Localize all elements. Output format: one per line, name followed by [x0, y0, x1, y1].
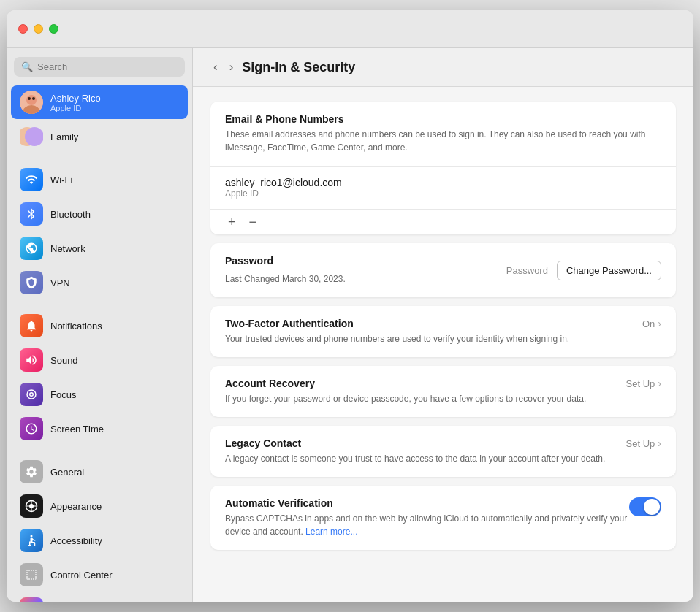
two-factor-section[interactable]: Two-Factor Authentication Your trusted d…	[210, 306, 676, 357]
svg-point-1	[26, 95, 37, 105]
sidebar-item-sound[interactable]: Sound	[11, 343, 188, 377]
network-label: Network	[50, 243, 85, 254]
search-bar[interactable]: 🔍	[14, 57, 185, 77]
account-recovery-section[interactable]: Account Recovery If you forget your pass…	[210, 366, 676, 417]
sound-label: Sound	[50, 355, 78, 366]
controlcenter-label: Control Center	[50, 570, 113, 581]
screentime-label: Screen Time	[50, 424, 104, 435]
sidebar-item-appleid[interactable]: Ashley Rico Apple ID	[11, 85, 188, 119]
main-window: 🔍 Ashley Rico Apple ID	[7, 10, 693, 602]
search-icon: 🔍	[21, 61, 33, 72]
password-controls: Password Change Password...	[506, 261, 661, 280]
bluetooth-icon	[20, 202, 43, 226]
legacy-contact-info: Legacy Contact A legacy contact is someo…	[225, 437, 615, 465]
account-recovery-action-label: Set Up	[626, 378, 655, 389]
password-info: Password Last Changed March 30, 2023.	[225, 255, 346, 286]
email-header-section: Email & Phone Numbers These email addres…	[210, 102, 676, 167]
forward-button[interactable]: ›	[227, 58, 237, 76]
sidebar-item-siri[interactable]: Siri & Spotlight	[11, 592, 188, 602]
appearance-icon	[20, 494, 43, 518]
sidebar-item-general[interactable]: General	[11, 455, 188, 489]
sidebar-item-notifications[interactable]: Notifications	[11, 309, 188, 343]
bluetooth-label: Bluetooth	[50, 209, 91, 220]
two-factor-card[interactable]: Two-Factor Authentication Your trusted d…	[210, 306, 676, 357]
auto-verification-desc: Bypass CAPTCHAs in apps and on the web b…	[225, 512, 629, 538]
account-recovery-desc: If you forget your password or device pa…	[225, 392, 615, 405]
controlcenter-icon	[20, 563, 43, 586]
password-last-changed: Last Changed March 30, 2023.	[225, 272, 346, 286]
close-button[interactable]	[18, 24, 28, 34]
wifi-label: Wi-Fi	[50, 175, 72, 185]
email-type: Apple ID	[225, 188, 661, 199]
account-recovery-card[interactable]: Account Recovery If you forget your pass…	[210, 366, 676, 417]
sidebar-item-controlcenter[interactable]: Control Center	[11, 558, 188, 592]
account-recovery-chevron-icon: ›	[658, 378, 661, 389]
titlebar	[7, 10, 693, 48]
two-factor-title: Two-Factor Authentication	[225, 318, 631, 329]
auto-verification-toggle[interactable]	[629, 497, 661, 516]
legacy-contact-action-label: Set Up	[626, 438, 655, 449]
sidebar-item-wifi[interactable]: Wi-Fi	[11, 163, 188, 196]
two-factor-desc: Your trusted devices and phone numbers a…	[225, 332, 631, 345]
avatar	[20, 91, 43, 114]
main-content-area: ‹ › Sign-In & Security Email & Phone Num…	[193, 48, 693, 602]
sidebar-item-accessibility[interactable]: Accessibility	[11, 524, 188, 557]
learn-more-link[interactable]: Learn more...	[305, 527, 357, 537]
auto-verification-title: Automatic Verification	[225, 497, 629, 509]
chevron-right-icon: ›	[658, 318, 661, 329]
legacy-contact-section[interactable]: Legacy Contact A legacy contact is someo…	[210, 426, 676, 477]
svg-point-3	[28, 97, 31, 100]
family-icon	[20, 125, 43, 148]
auto-verification-card: Automatic Verification Bypass CAPTCHAs i…	[210, 486, 676, 550]
remove-email-button[interactable]: −	[243, 215, 263, 229]
content-area: 🔍 Ashley Rico Apple ID	[7, 48, 693, 602]
minimize-button[interactable]	[34, 24, 43, 34]
user-name: Ashley Rico	[50, 93, 101, 104]
email-section-title: Email & Phone Numbers	[225, 113, 661, 125]
search-input[interactable]	[37, 61, 178, 72]
account-recovery-info: Account Recovery If you forget your pass…	[225, 378, 615, 405]
sidebar-item-bluetooth[interactable]: Bluetooth	[11, 197, 188, 231]
sidebar-item-network[interactable]: Network	[11, 232, 188, 265]
appearance-label: Appearance	[50, 501, 102, 512]
sidebar: 🔍 Ashley Rico Apple ID	[7, 48, 193, 602]
email-address: ashley_rico1@icloud.com	[225, 177, 661, 188]
toggle-knob	[644, 499, 660, 515]
legacy-contact-card[interactable]: Legacy Contact A legacy contact is someo…	[210, 426, 676, 477]
user-subtitle: Apple ID	[50, 104, 101, 112]
email-phone-card: Email & Phone Numbers These email addres…	[210, 102, 676, 234]
vpn-label: VPN	[50, 278, 70, 288]
accessibility-label: Accessibility	[50, 535, 102, 546]
two-factor-info: Two-Factor Authentication Your trusted d…	[225, 318, 631, 345]
email-row: ashley_rico1@icloud.com Apple ID	[210, 167, 676, 210]
legacy-contact-title: Legacy Contact	[225, 437, 615, 449]
password-section: Password Last Changed March 30, 2023. Pa…	[210, 243, 676, 297]
email-section-desc: These email addresses and phone numbers …	[225, 128, 661, 154]
back-button[interactable]: ‹	[210, 58, 221, 76]
screentime-icon	[20, 417, 43, 440]
svg-point-4	[32, 97, 35, 100]
sidebar-item-family[interactable]: Family	[11, 120, 188, 153]
fullscreen-button[interactable]	[49, 24, 58, 34]
settings-content: Email & Phone Numbers These email addres…	[193, 87, 693, 565]
svg-point-9	[31, 535, 33, 538]
auto-verification-info: Automatic Verification Bypass CAPTCHAs i…	[225, 497, 629, 538]
sidebar-item-screentime[interactable]: Screen Time	[11, 412, 188, 445]
sidebar-item-vpn[interactable]: VPN	[11, 266, 188, 299]
general-label: General	[50, 467, 84, 478]
change-password-button[interactable]: Change Password...	[557, 261, 661, 280]
accessibility-icon	[20, 529, 43, 552]
network-icon	[20, 237, 43, 260]
sidebar-item-appearance[interactable]: Appearance	[11, 489, 188, 523]
sidebar-item-focus[interactable]: Focus	[11, 378, 188, 411]
add-remove-row: + −	[210, 210, 676, 234]
sound-icon	[20, 348, 43, 372]
vpn-icon	[20, 271, 43, 294]
main-header: ‹ › Sign-In & Security	[193, 48, 693, 87]
two-factor-status-label: On	[642, 318, 655, 329]
svg-point-6	[25, 127, 43, 146]
password-card: Password Last Changed March 30, 2023. Pa…	[210, 243, 676, 297]
svg-point-8	[29, 504, 34, 508]
account-recovery-action: Set Up ›	[626, 378, 661, 389]
add-email-button[interactable]: +	[222, 215, 242, 229]
